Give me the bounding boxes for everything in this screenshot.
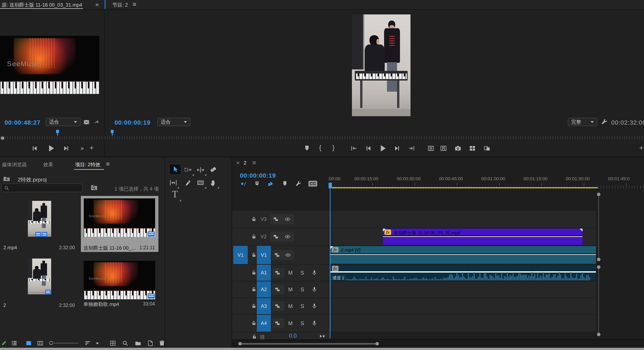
track-target-a1[interactable]: A1 bbox=[257, 265, 271, 281]
panel-menu-icon[interactable]: ≡ bbox=[133, 1, 136, 8]
source-tab[interactable]: 源: 送别爵士版 11-16 00_03_31.mp4 bbox=[2, 2, 82, 8]
project-item-selected[interactable]: SeeMusic 送别爵士版 11-16 00_... 1:21:11 bbox=[81, 196, 158, 252]
track-target-a4[interactable]: A4 bbox=[257, 315, 271, 332]
track-target-a2[interactable]: A2 bbox=[257, 281, 271, 298]
go-to-in-button[interactable] bbox=[350, 145, 358, 152]
mute-button[interactable]: M bbox=[288, 303, 293, 309]
item-thumbnail[interactable] bbox=[28, 201, 51, 237]
item-name[interactable]: 单独敕勒歌.mp4 bbox=[83, 301, 119, 308]
track-target-v1[interactable]: V1 bbox=[257, 246, 271, 264]
sort-icons-button[interactable] bbox=[84, 340, 91, 347]
scrollbar-handle[interactable] bbox=[597, 333, 600, 336]
voiceover-mic-icon[interactable] bbox=[311, 303, 318, 309]
lift-button[interactable] bbox=[427, 145, 435, 152]
hscroll-handle[interactable] bbox=[376, 342, 379, 346]
track-v3[interactable]: V3 bbox=[232, 211, 596, 228]
item-name[interactable]: 2 bbox=[3, 302, 6, 308]
export-frame-camera-button[interactable] bbox=[454, 145, 462, 152]
program-video-frame[interactable] bbox=[352, 14, 410, 116]
scrollbar-handle[interactable] bbox=[597, 193, 600, 196]
freeform-view-button[interactable] bbox=[37, 340, 44, 347]
step-back-button[interactable] bbox=[31, 145, 38, 152]
sync-lock-icon[interactable] bbox=[273, 234, 279, 240]
source-patch-v1[interactable]: V1 bbox=[233, 246, 248, 264]
project-item[interactable]: 2.mp4 2:32:00 bbox=[0, 195, 80, 252]
sync-lock-icon[interactable] bbox=[274, 252, 280, 258]
track-a4[interactable]: A4 M S bbox=[232, 315, 596, 332]
project-item[interactable]: SeeMusic 单独敕勒歌.mp4 33:04 bbox=[81, 253, 158, 309]
slip-tool-button[interactable] bbox=[169, 178, 178, 187]
program-tab[interactable]: 节目: 2 bbox=[112, 2, 128, 8]
playback-resolution-select[interactable]: 完整 bbox=[568, 118, 597, 126]
solo-button[interactable]: S bbox=[300, 270, 304, 276]
opacity-rubber-band[interactable] bbox=[330, 254, 596, 254]
clip-usage-badge[interactable] bbox=[35, 232, 41, 237]
sync-lock-icon[interactable] bbox=[274, 303, 280, 309]
add-button-icon[interactable]: + bbox=[90, 144, 94, 152]
tab-media-browser[interactable]: 媒体浏览器 bbox=[2, 161, 27, 168]
track-label[interactable]: V2 bbox=[260, 234, 266, 240]
lock-icon[interactable] bbox=[252, 334, 257, 339]
timeline-playhead-line[interactable] bbox=[330, 188, 330, 338]
razor-tool-button[interactable] bbox=[209, 166, 218, 174]
track-a2[interactable]: A2 M S bbox=[232, 281, 596, 298]
program-zoom-select[interactable]: 适合 bbox=[158, 118, 190, 126]
sync-lock-icon[interactable] bbox=[273, 216, 279, 222]
new-bin-button[interactable] bbox=[134, 340, 142, 347]
drag-video-icon[interactable] bbox=[83, 119, 90, 126]
sync-lock-icon[interactable] bbox=[274, 287, 280, 292]
master-gain-value[interactable]: 0.0 bbox=[289, 333, 297, 339]
clip-usage-badge[interactable] bbox=[148, 293, 155, 299]
lock-icon[interactable] bbox=[251, 216, 257, 222]
timeline-playhead-head[interactable] bbox=[328, 183, 332, 188]
project-writable-pencil-icon[interactable] bbox=[1, 340, 8, 346]
track-master[interactable]: 混 0.0 bbox=[232, 332, 330, 339]
clip-v2-video[interactable]: fx 送别爵士版 11-16 00_03_31.mp4 bbox=[383, 228, 583, 245]
extract-button[interactable] bbox=[440, 145, 447, 152]
solo-button[interactable]: S bbox=[300, 286, 304, 293]
comparison-view-button[interactable] bbox=[483, 145, 491, 152]
chevron-down-icon[interactable] bbox=[96, 343, 99, 345]
clip-v1-video[interactable]: fx 2.mp4 [V] bbox=[330, 246, 596, 264]
add-button-icon[interactable]: + bbox=[639, 144, 644, 152]
sync-lock-icon[interactable] bbox=[274, 270, 280, 276]
opacity-rubber-band[interactable] bbox=[383, 236, 582, 236]
program-current-timecode[interactable]: 00:00:00:19 bbox=[114, 119, 150, 126]
drag-audio-icon[interactable] bbox=[93, 119, 100, 125]
lock-icon[interactable] bbox=[251, 234, 257, 240]
go-to-out-button[interactable] bbox=[408, 145, 415, 152]
list-view-button[interactable] bbox=[11, 340, 18, 347]
ripple-edit-tool-button[interactable] bbox=[196, 166, 205, 174]
item-thumbnail[interactable]: SeeMusic bbox=[84, 261, 155, 299]
track-output-eye-icon[interactable] bbox=[284, 234, 291, 240]
clip-a1-audio[interactable]: fx 通道 1 bbox=[330, 265, 596, 281]
volume-rubber-band[interactable] bbox=[330, 271, 596, 272]
mark-out-button[interactable]: } bbox=[332, 144, 334, 152]
step-forward-button[interactable] bbox=[393, 145, 401, 152]
multicam-button[interactable] bbox=[469, 145, 476, 152]
timeline-settings-wrench-icon[interactable] bbox=[295, 180, 302, 187]
track-select-tool-button[interactable] bbox=[184, 166, 192, 174]
hand-tool-button[interactable] bbox=[209, 178, 218, 187]
trim-handle[interactable] bbox=[330, 246, 333, 249]
track-label[interactable]: V3 bbox=[260, 216, 266, 222]
track-target-a3[interactable]: A3 bbox=[257, 298, 271, 314]
type-tool-button[interactable]: T bbox=[170, 190, 180, 200]
voiceover-mic-icon[interactable] bbox=[311, 286, 318, 293]
project-file-name[interactable]: 2特效.prproj bbox=[18, 176, 46, 183]
mark-in-button[interactable]: { bbox=[319, 144, 322, 152]
thumbnail-zoom-knob[interactable] bbox=[49, 341, 53, 345]
navigate-up-folder-icon[interactable] bbox=[2, 175, 11, 183]
panel-overflow-icon[interactable]: » bbox=[95, 1, 99, 8]
program-playhead[interactable] bbox=[111, 130, 114, 133]
rectangle-tool-button[interactable] bbox=[196, 178, 205, 187]
solo-button[interactable]: S bbox=[300, 320, 304, 327]
source-scrub-ticks[interactable] bbox=[0, 136, 104, 139]
lock-icon[interactable] bbox=[251, 270, 257, 276]
captions-icon[interactable]: CC bbox=[308, 181, 317, 187]
tab-project[interactable]: 项目: 2特效 bbox=[75, 161, 100, 168]
lock-icon[interactable] bbox=[251, 320, 257, 326]
scrollbar-handle[interactable] bbox=[597, 258, 600, 261]
track-output-eye-icon[interactable] bbox=[285, 252, 291, 258]
snap-magnet-icon[interactable] bbox=[254, 180, 260, 187]
